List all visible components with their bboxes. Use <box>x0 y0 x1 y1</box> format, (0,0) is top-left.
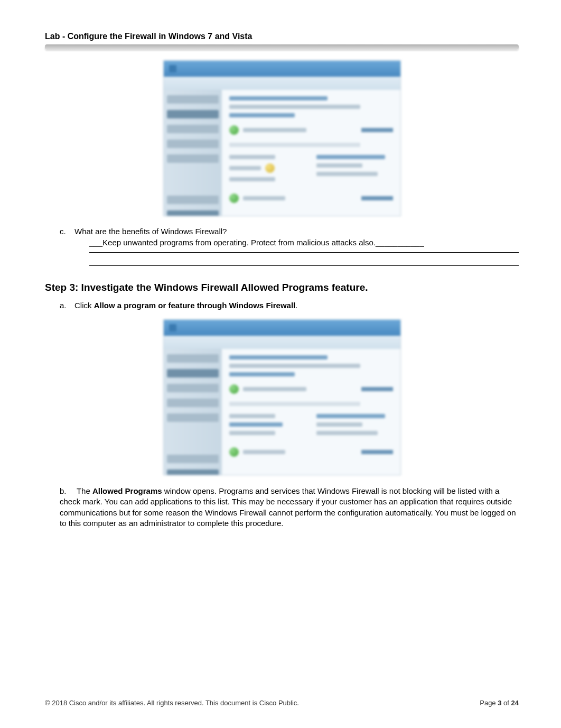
question-c-letter: c. <box>60 227 74 236</box>
blank-line-1 <box>89 252 519 253</box>
step3-item-a: a. Click Allow a program or feature thro… <box>60 301 519 310</box>
question-c-block: c. What are the benefits of Windows Fire… <box>60 227 519 266</box>
question-c-answer: ___Keep unwanted programs from operating… <box>89 238 519 247</box>
header-divider <box>45 44 519 50</box>
footer-copyright: © 2018 Cisco and/or its affiliates. All … <box>45 699 299 707</box>
windows-firewall-screenshot-1 <box>163 60 401 216</box>
page-footer: © 2018 Cisco and/or its affiliates. All … <box>45 699 519 707</box>
footer-page-number: Page 3 of 24 <box>480 699 519 707</box>
step3-item-b: b. The Allowed Programs window opens. Pr… <box>60 486 519 529</box>
blank-line-2 <box>89 265 519 266</box>
windows-firewall-screenshot-2 <box>163 319 401 475</box>
step-3-heading: Step 3: Investigate the Windows Firewall… <box>45 282 519 293</box>
step3-b-text: The Allowed Programs window opens. Progr… <box>60 486 516 528</box>
step3-a-letter: a. <box>60 301 74 310</box>
step3-a-text: Click Allow a program or feature through… <box>74 301 297 310</box>
doc-header-title: Lab - Configure the Firewall in Windows … <box>45 32 519 41</box>
step3-b-letter: b. <box>60 486 74 496</box>
question-c-text: What are the benefits of Windows Firewal… <box>74 227 227 236</box>
